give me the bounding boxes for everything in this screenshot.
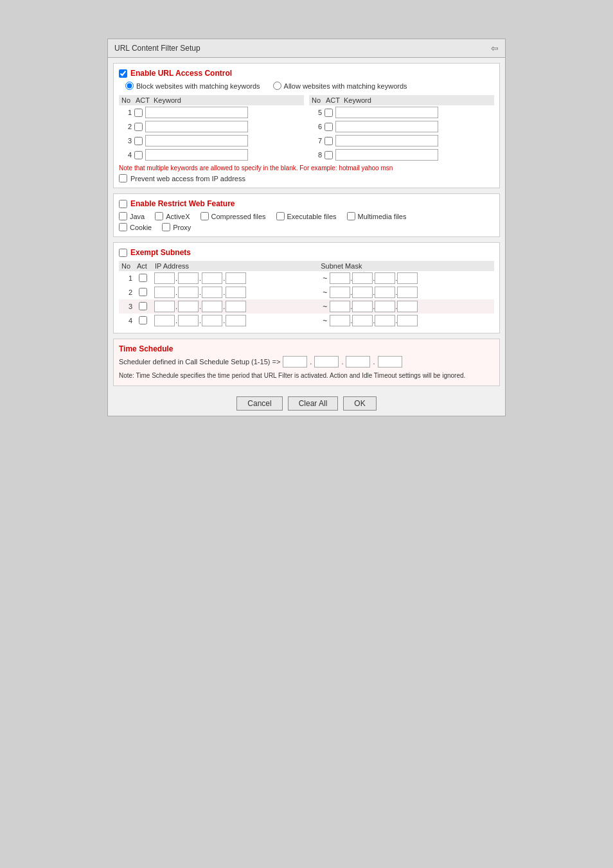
enable-url-access-checkbox[interactable] (119, 69, 127, 78)
feature-compressed[interactable]: Compressed files (200, 212, 266, 220)
kw-row-6: 6 (309, 120, 494, 134)
scheduler-input-4[interactable] (378, 356, 402, 368)
prevent-row: Prevent web access from IP address (119, 174, 494, 182)
kw-act-2[interactable] (134, 123, 143, 131)
exempt-ip-1-a[interactable] (154, 272, 175, 284)
scheduler-input-1[interactable] (283, 356, 307, 368)
feature-activex[interactable]: ActiveX (155, 212, 190, 220)
exempt-mask-3-a[interactable] (330, 301, 350, 312)
note-main: Note that multiple keywords are allowed … (119, 164, 337, 172)
exempt-ip-4-a[interactable] (154, 315, 175, 326)
feature-executable[interactable]: Executable files (276, 212, 337, 220)
exempt-ip-2-a[interactable] (154, 287, 175, 298)
exempt-act-4[interactable] (139, 316, 147, 324)
kw-act-6[interactable] (324, 123, 333, 131)
scheduler-input-3[interactable] (346, 356, 370, 368)
exempt-mask-3: ~ . . . (320, 301, 492, 312)
kw-act-4[interactable] (134, 151, 143, 159)
kw-act-1[interactable] (134, 109, 143, 117)
exempt-ip-4-c[interactable] (202, 315, 222, 326)
exempt-mask-3-b[interactable] (352, 301, 373, 312)
feature-proxy[interactable]: Proxy (162, 223, 191, 231)
java-checkbox[interactable] (119, 212, 127, 220)
allow-radio[interactable] (273, 82, 281, 90)
block-radio[interactable] (125, 82, 134, 90)
kw-input-4[interactable] (145, 149, 248, 161)
back-arrow-icon[interactable]: ⇦ (491, 43, 499, 53)
kw-input-7[interactable] (335, 135, 438, 146)
main-panel: URL Content Filter Setup ⇦ Enable URL Ac… (107, 39, 506, 416)
exempt-ip-4-d[interactable] (226, 315, 246, 326)
multimedia-checkbox[interactable] (347, 212, 355, 220)
exempt-subnets-title: Exempt Subnets (130, 248, 191, 257)
allow-radio-option[interactable]: Allow websites with matching keywords (273, 82, 407, 90)
kw-input-2[interactable] (145, 121, 248, 132)
exempt-mask-4-c[interactable] (375, 315, 395, 326)
prevent-ip-checkbox[interactable] (119, 174, 127, 182)
exempt-subnets-checkbox[interactable] (119, 249, 127, 257)
kw-right-header: No ACT Keyword (309, 95, 494, 105)
exempt-mask-4-d[interactable] (397, 315, 418, 326)
exempt-ip-3-c[interactable] (202, 301, 222, 312)
exempt-ip-1-d[interactable] (226, 272, 246, 284)
exempt-ip-3-a[interactable] (154, 301, 175, 312)
proxy-checkbox[interactable] (162, 223, 170, 231)
exempt-mask-2-a[interactable] (330, 287, 350, 298)
scheduler-input-2[interactable] (314, 356, 339, 368)
executable-checkbox[interactable] (276, 212, 285, 220)
url-access-title: Enable URL Access Control (130, 69, 232, 78)
exempt-ip-1-c[interactable] (202, 272, 222, 284)
exempt-ip-2-d[interactable] (226, 287, 246, 298)
compressed-checkbox[interactable] (200, 212, 209, 220)
exempt-ip-2-c[interactable] (202, 287, 222, 298)
kw-row-5: 5 (309, 105, 494, 120)
exempt-act-2[interactable] (139, 288, 147, 296)
kw-act-7[interactable] (324, 137, 333, 145)
kw-row-7: 7 (309, 134, 494, 148)
feature-checkboxes-row2: Cookie Proxy (119, 223, 494, 231)
exempt-mask-3-d[interactable] (397, 301, 418, 312)
feature-multimedia[interactable]: Multimedia files (347, 212, 407, 220)
kw-row-3: 3 (119, 134, 304, 148)
exempt-mask-2-c[interactable] (375, 287, 395, 298)
clear-all-button[interactable]: Clear All (288, 396, 339, 411)
exempt-mask-4-a[interactable] (330, 315, 350, 326)
exempt-act-3[interactable] (139, 302, 147, 310)
exempt-ip-3-b[interactable] (178, 301, 199, 312)
kw-act-8[interactable] (324, 151, 333, 159)
kw-input-5[interactable] (335, 107, 438, 118)
kw-act-3[interactable] (134, 137, 143, 145)
exempt-table: No Act IP Address Subnet Mask 1 . (119, 261, 494, 328)
activex-checkbox[interactable] (155, 212, 163, 220)
exempt-mask-1-a[interactable] (330, 272, 350, 284)
feature-java[interactable]: Java (119, 212, 145, 220)
kw-input-8[interactable] (335, 149, 438, 161)
exempt-act-1[interactable] (139, 274, 147, 282)
kw-input-1[interactable] (145, 107, 248, 118)
kw-act-5[interactable] (324, 109, 333, 117)
exempt-mask-4-b[interactable] (352, 315, 373, 326)
exempt-mask-3-c[interactable] (375, 301, 395, 312)
cancel-button[interactable]: Cancel (236, 396, 282, 411)
url-access-control-section: Enable URL Access Control Block websites… (113, 63, 500, 188)
kw-input-6[interactable] (335, 121, 438, 132)
exempt-ip-1-b[interactable] (178, 272, 199, 284)
exempt-ip-3-d[interactable] (226, 301, 246, 312)
exempt-mask-2-d[interactable] (397, 287, 418, 298)
kw-input-3[interactable] (145, 135, 248, 146)
exempt-ip-2-b[interactable] (178, 287, 199, 298)
exempt-mask-1-b[interactable] (352, 272, 373, 284)
exempt-mask-2-b[interactable] (352, 287, 373, 298)
no-label-right: No (309, 96, 322, 104)
exempt-mask-1-c[interactable] (375, 272, 395, 284)
enable-restrict-web-checkbox[interactable] (119, 200, 127, 208)
block-radio-option[interactable]: Block websites with matching keywords (125, 82, 260, 90)
exempt-col-act: Act (134, 261, 152, 271)
exempt-ip-4-b[interactable] (178, 315, 199, 326)
keyword-radio-row: Block websites with matching keywords Al… (119, 82, 494, 90)
cookie-checkbox[interactable] (119, 223, 127, 231)
feature-cookie[interactable]: Cookie (119, 223, 152, 231)
exempt-mask-1-d[interactable] (397, 272, 418, 284)
restrict-web-title: Enable Restrict Web Feature (130, 199, 235, 208)
ok-button[interactable]: OK (343, 396, 376, 411)
